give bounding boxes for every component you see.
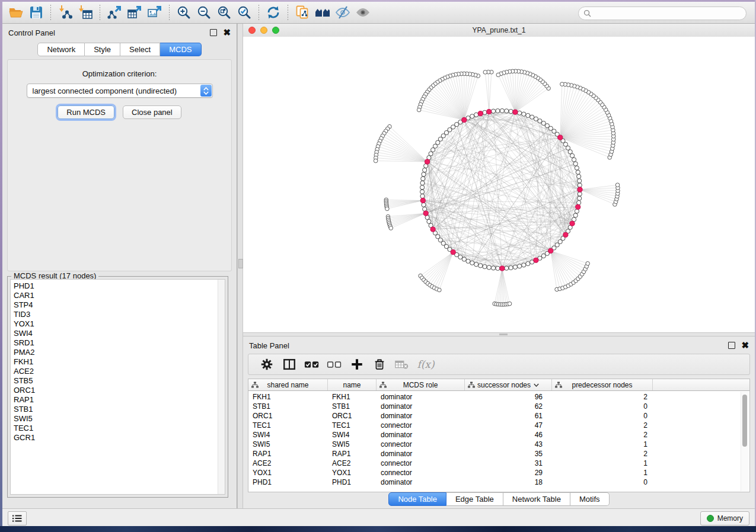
hide-selected-button[interactable] [333,4,353,21]
graph-hub-node[interactable] [451,250,455,255]
graph-node[interactable] [422,203,426,207]
graph-node[interactable] [420,194,425,198]
zoom-in-button[interactable] [174,4,194,21]
graph-node[interactable] [505,266,509,270]
horizontal-splitter[interactable] [243,332,755,336]
save-session-button[interactable] [26,4,46,21]
table-scrollbar-thumb[interactable] [742,395,747,447]
tab-select[interactable]: Select [120,43,160,56]
import-network-button[interactable] [55,4,75,21]
run-mcds-button[interactable]: Run MCDS [58,105,114,119]
mcds-result-item[interactable]: GCR1 [11,433,225,443]
column-header-predecessor-nodes[interactable]: predecessor nodes [552,379,653,390]
graph-hub-node[interactable] [423,211,428,216]
column-header-shared-name[interactable]: shared name [248,379,328,390]
graph-node[interactable] [578,179,582,183]
graph-hub-node[interactable] [500,266,505,271]
mcds-result-item[interactable]: SWI5 [11,414,225,424]
graph-node[interactable] [496,266,500,270]
table-row[interactable]: ACE2ACE2connector311 [248,459,749,468]
graph-node[interactable] [534,117,538,121]
close-window-button[interactable] [248,27,256,34]
network-canvas-svg[interactable] [243,37,755,332]
mcds-result-item[interactable]: FKH1 [11,357,225,367]
table-row[interactable]: ORC1ORC1dominator610 [248,411,749,421]
graph-node[interactable] [466,259,470,263]
network-window-titlebar[interactable]: YPA_prune.txt_1 [243,24,755,37]
graph-hub-node[interactable] [430,227,435,232]
graph-node[interactable] [483,265,487,269]
graph-node[interactable] [509,109,513,113]
export-image-button[interactable] [145,4,165,21]
graph-node[interactable] [385,207,390,211]
graph-hub-node[interactable] [462,117,467,122]
graph-node[interactable] [538,119,542,123]
graph-node[interactable] [508,302,512,306]
vertical-splitter-handle[interactable] [238,259,243,268]
tab-edge-table[interactable]: Edge Table [446,492,503,506]
close-panel-icon[interactable]: ✖ [223,30,231,36]
graph-node[interactable] [615,183,620,187]
graph-hub-node[interactable] [563,232,568,237]
mcds-result-item[interactable]: STB1 [11,405,225,414]
mcds-result-item[interactable]: PHD1 [11,281,225,291]
show-all-button[interactable] [353,4,373,21]
column-header-name[interactable]: name [328,379,377,390]
graph-node[interactable] [575,209,579,213]
horizontal-splitter-handle[interactable] [499,334,508,335]
graph-node[interactable] [496,109,500,113]
graph-node[interactable] [578,183,582,187]
graph-node[interactable] [389,226,393,230]
table-settings-button[interactable] [256,355,278,373]
zoom-selected-button[interactable] [234,4,254,21]
export-table-button[interactable] [125,4,145,21]
network-files-button[interactable] [292,4,312,21]
graph-node[interactable] [420,190,424,194]
graph-node[interactable] [573,162,578,166]
graph-hub-node[interactable] [576,204,580,209]
export-network-button[interactable] [104,4,125,21]
zoom-out-button[interactable] [194,4,214,21]
graph-hub-node[interactable] [570,221,575,226]
task-history-button[interactable] [8,511,27,525]
graph-hub-node[interactable] [578,187,582,192]
float-table-panel-icon[interactable] [728,342,735,349]
delete-column-button[interactable] [368,355,391,373]
graph-hub-node[interactable] [487,109,492,114]
mcds-result-item[interactable]: TEC1 [11,424,225,433]
graph-node[interactable] [423,207,427,211]
graph-node[interactable] [530,115,534,119]
graph-node[interactable] [509,265,513,270]
delete-table-button[interactable] [391,355,413,373]
column-header-mcds-role[interactable]: MCDS role [377,379,465,390]
graph-hub-node[interactable] [548,248,553,253]
table-row[interactable]: YOX1YOX1connector291 [248,468,749,477]
graph-node[interactable] [438,288,442,292]
graph-node[interactable] [577,174,581,178]
graph-node[interactable] [427,219,431,223]
mcds-result-item[interactable]: SRD1 [11,338,225,348]
show-columns-button[interactable] [278,355,301,373]
graph-node[interactable] [526,113,530,117]
table-row[interactable]: PHD1PHD1dominator180 [248,477,749,487]
graph-node[interactable] [513,265,517,269]
graph-node[interactable] [483,70,487,75]
table-row[interactable]: RAP1RAP1dominator352 [248,449,749,459]
minimize-window-button[interactable] [260,27,267,34]
tab-mcds[interactable]: MCDS [160,43,201,56]
graph-node[interactable] [518,264,522,268]
mcds-result-item[interactable]: PMA2 [11,348,225,357]
graph-node[interactable] [496,73,500,77]
tab-node-table[interactable]: Node Table [388,492,446,506]
graph-node[interactable] [578,192,582,196]
graph-hub-node[interactable] [420,198,425,203]
create-column-button[interactable] [346,355,368,373]
graph-node[interactable] [577,200,581,204]
float-panel-icon[interactable] [210,29,217,36]
graph-hub-node[interactable] [513,110,518,114]
graph-node[interactable] [491,109,495,113]
graph-node[interactable] [586,262,590,266]
zoom-fit-button[interactable] [214,4,234,21]
function-builder-button[interactable]: f(x) [413,355,436,373]
network-canvas[interactable] [243,37,755,332]
